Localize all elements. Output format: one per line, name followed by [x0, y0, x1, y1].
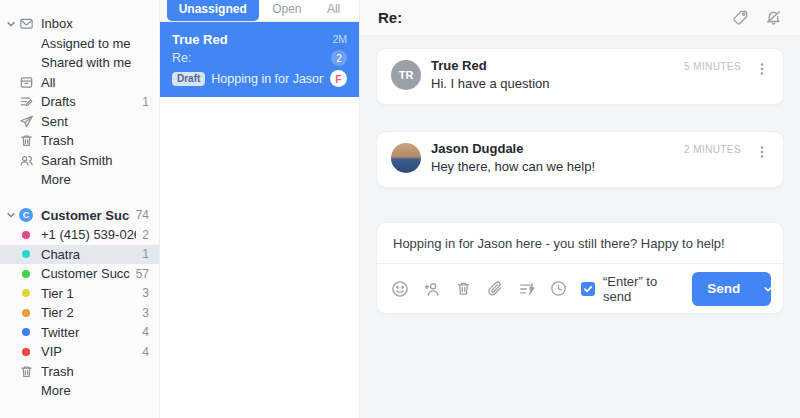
icon-slot — [18, 309, 34, 317]
sidebar-item-count: 1 — [142, 247, 149, 261]
sidebar-item-label: VIP — [41, 344, 136, 359]
chevron-down-icon[interactable] — [755, 272, 771, 306]
saved-replies-icon[interactable] — [518, 280, 536, 298]
trash-icon — [18, 133, 34, 148]
send-button[interactable]: Send — [692, 272, 771, 306]
channel-dot — [22, 231, 30, 239]
thread-header: Re: — [360, 0, 800, 36]
list-tabbar: Unassigned Open All — [160, 0, 359, 22]
avatar — [391, 143, 421, 173]
schedule-clock-icon[interactable] — [550, 280, 567, 297]
channel-dot — [22, 270, 30, 278]
sidebar-item-inbox[interactable]: Inbox — [0, 14, 159, 34]
composer-input[interactable]: Hopping in for Jason here - you still th… — [377, 223, 783, 263]
sidebar-item-label: Sent — [41, 114, 149, 129]
sidebar-item-all[interactable]: All — [0, 73, 159, 93]
c-logo: C — [19, 208, 33, 222]
attachment-icon[interactable] — [486, 280, 504, 298]
icon-slot — [18, 270, 34, 278]
composer: Hopping in for Jason here - you still th… — [376, 222, 784, 314]
emoji-icon[interactable] — [391, 280, 409, 298]
drafts-icon — [18, 94, 34, 109]
message-timestamp: 2 MINUTES — [684, 144, 741, 155]
trash-icon — [18, 364, 34, 379]
tab-unassigned[interactable]: Unassigned — [167, 0, 259, 21]
conversation-name: True Red — [172, 32, 332, 47]
icon-slot — [18, 348, 34, 356]
thread-panel: Re: TR True Red Hi. I have a question 5 … — [360, 0, 800, 418]
sidebar-item-more-2[interactable]: More — [0, 381, 159, 401]
tag-icon[interactable] — [732, 9, 749, 26]
sidebar-section-gap — [0, 190, 159, 206]
trash-icon[interactable] — [455, 280, 472, 297]
draft-badge: Draft — [172, 72, 205, 86]
kebab-menu-icon[interactable] — [755, 144, 769, 160]
enter-to-send-label[interactable]: “Enter” to send — [603, 274, 678, 304]
sidebar-item-count: 1 — [142, 95, 149, 109]
sidebar-item-sent[interactable]: Sent — [0, 112, 159, 132]
icon-slot — [18, 250, 34, 258]
mute-bell-icon[interactable] — [765, 9, 782, 26]
sidebar-item-tier-1[interactable]: Tier 1 3 — [0, 284, 159, 304]
inbox-envelope-icon — [18, 16, 34, 31]
sidebar-item-customer-success-channel[interactable]: Customer Success 57 — [0, 264, 159, 284]
sidebar-item-more[interactable]: More — [0, 170, 159, 190]
icon-slot — [18, 289, 34, 297]
message-text: Hey there, how can we help! — [431, 159, 684, 177]
chevron-down-icon[interactable] — [6, 19, 18, 29]
sidebar-item-label: Inbox — [41, 16, 149, 31]
message-card: TR True Red Hi. I have a question 5 MINU… — [376, 48, 784, 105]
message-timestamp: 5 MINUTES — [684, 61, 741, 72]
unread-badge: 2 — [331, 50, 347, 66]
add-person-icon[interactable] — [423, 280, 441, 298]
sidebar-item-label: Tier 2 — [41, 305, 136, 320]
thread-body: TR True Red Hi. I have a question 5 MINU… — [360, 36, 800, 418]
tab-all[interactable]: All — [315, 0, 352, 21]
conversation-preview: Hopping in for Jason here -... — [211, 72, 324, 86]
sidebar-item-label: More — [41, 172, 149, 187]
sidebar: Inbox Assigned to me Shared with me All … — [0, 0, 160, 418]
conversation-item-selected[interactable]: True Red 2M Re: 2 Draft Hopping in for J… — [160, 22, 359, 97]
sidebar-item-count: 57 — [136, 267, 149, 281]
sidebar-item-trash[interactable]: Trash — [0, 131, 159, 151]
icon-slot — [18, 231, 34, 239]
send-button-label[interactable]: Send — [692, 272, 755, 306]
conversation-list: Unassigned Open All True Red 2M Re: 2 Dr… — [160, 0, 360, 418]
sidebar-item-chatra[interactable]: Chatra 1 — [0, 245, 159, 265]
sidebar-item-assigned-to-me[interactable]: Assigned to me — [0, 34, 159, 54]
agent-avatar: F — [330, 70, 347, 87]
icon-slot — [18, 328, 34, 336]
sidebar-item-shared-with-me[interactable]: Shared with me — [0, 53, 159, 73]
enter-to-send-checkbox[interactable] — [581, 282, 595, 296]
sidebar-item-customer-success-inbox[interactable]: C Customer Success 74 — [0, 206, 159, 226]
sidebar-item-trash-2[interactable]: Trash — [0, 362, 159, 382]
sidebar-item-label: Chatra — [41, 247, 136, 262]
thread-title: Re: — [378, 9, 716, 26]
sidebar-item-count: 4 — [142, 345, 149, 359]
archive-icon — [18, 75, 34, 90]
sidebar-item-label: Twitter — [41, 325, 136, 340]
sidebar-item-label: Trash — [41, 133, 149, 148]
sidebar-item-label: Customer Success — [41, 266, 130, 281]
sidebar-item-tier-2[interactable]: Tier 2 3 — [0, 303, 159, 323]
sidebar-item-count: 3 — [142, 286, 149, 300]
sidebar-item-label: All — [41, 75, 149, 90]
tab-open[interactable]: Open — [260, 0, 313, 21]
sidebar-item-sarah-smith[interactable]: Sarah Smith — [0, 151, 159, 171]
sidebar-item-label: Customer Success — [41, 208, 130, 223]
app-window: Inbox Assigned to me Shared with me All … — [0, 0, 800, 418]
kebab-menu-icon[interactable] — [755, 61, 769, 77]
sidebar-item-count: 4 — [142, 325, 149, 339]
sidebar-item-phone-channel[interactable]: +1 (415) 539-0261 2 — [0, 225, 159, 245]
channel-dot — [22, 348, 30, 356]
sidebar-item-twitter[interactable]: Twitter 4 — [0, 323, 159, 343]
message-author: True Red — [431, 58, 684, 76]
message-card: Jason Dugdale Hey there, how can we help… — [376, 131, 784, 188]
sidebar-item-vip[interactable]: VIP 4 — [0, 342, 159, 362]
sidebar-item-drafts[interactable]: Drafts 1 — [0, 92, 159, 112]
icon-slot: C — [18, 208, 34, 222]
sidebar-item-label: Drafts — [41, 94, 136, 109]
chevron-down-icon[interactable] — [6, 210, 18, 220]
conversation-subject: Re: — [172, 51, 331, 65]
composer-toolbar: “Enter” to send Send — [377, 263, 783, 313]
